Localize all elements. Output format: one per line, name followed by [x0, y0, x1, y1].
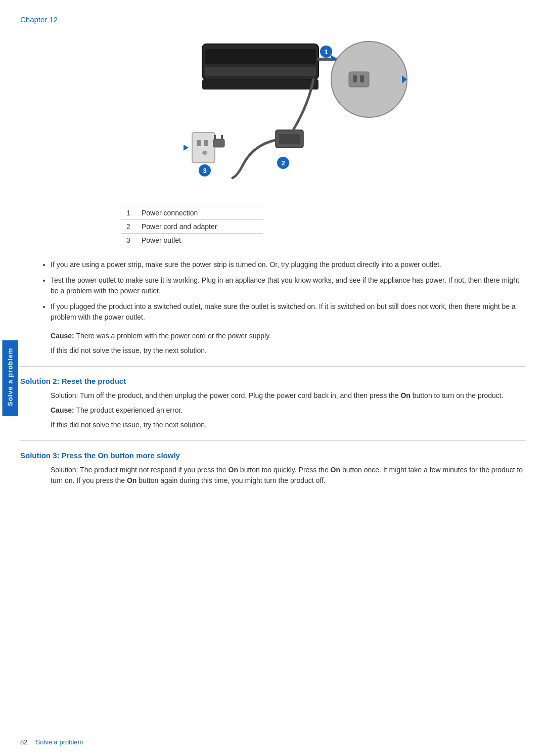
- svg-text:3: 3: [203, 167, 206, 174]
- svg-rect-3: [202, 79, 318, 90]
- legend-num: 2: [121, 220, 136, 234]
- svg-rect-1: [205, 49, 316, 64]
- legend-label: Power outlet: [136, 234, 263, 247]
- footer-section-label: Solve a problem: [35, 738, 83, 746]
- chapter-header: Chapter 12: [20, 15, 526, 24]
- bullet-item: Test the power outlet to make sure it is…: [51, 275, 526, 296]
- divider2: [20, 440, 526, 441]
- solution2-text: Solution: Turn off the product, and then…: [51, 390, 526, 401]
- next-solution1: If this did not solve the issue, try the…: [51, 345, 526, 356]
- next-solution2: If this did not solve the issue, try the…: [51, 420, 526, 430]
- svg-rect-13: [279, 134, 300, 144]
- sidebar-tab: Solve a problem: [3, 340, 18, 416]
- svg-text:2: 2: [281, 159, 285, 167]
- solution3-heading: Solution 3: Press the On button more slo…: [20, 451, 526, 460]
- legend-num: 1: [121, 206, 136, 220]
- svg-marker-20: [184, 145, 189, 151]
- solution2-heading: Solution 2: Reset the product: [20, 377, 526, 385]
- svg-rect-5: [349, 72, 369, 87]
- legend-label: Power cord and adapter: [136, 220, 263, 234]
- bullet-item: If you plugged the product into a switch…: [51, 301, 526, 323]
- svg-rect-2: [205, 67, 316, 76]
- divider1: [20, 366, 526, 367]
- legend-label: Power connection: [136, 206, 263, 220]
- svg-rect-18: [204, 140, 208, 146]
- page-footer: 82 Solve a problem: [20, 734, 526, 746]
- legend-row: 1Power connection: [121, 206, 263, 220]
- solution3-block: Solution 3: Press the On button more slo…: [20, 451, 526, 486]
- cause1: Cause: There was a problem with the powe…: [51, 331, 526, 341]
- cause2: Cause: The product experienced an error.: [51, 405, 526, 416]
- bullet-item: If you are using a power strip, make sur…: [51, 259, 526, 270]
- svg-rect-7: [360, 75, 364, 82]
- legend-row: 3Power outlet: [121, 234, 263, 247]
- legend-num: 3: [121, 234, 136, 247]
- bullet-list: If you are using a power strip, make sur…: [51, 259, 526, 323]
- legend-row: 2Power cord and adapter: [121, 220, 263, 234]
- svg-point-19: [202, 151, 207, 155]
- footer-page-number: 82: [20, 738, 27, 746]
- svg-rect-16: [192, 132, 215, 163]
- svg-rect-6: [353, 75, 357, 82]
- svg-rect-21: [213, 139, 224, 147]
- solution3-text: Solution: The product might not respond …: [51, 465, 526, 486]
- svg-rect-17: [197, 140, 201, 146]
- svg-text:1: 1: [324, 48, 328, 56]
- diagram-area: 1 2: [20, 34, 526, 196]
- legend-table: 1Power connection2Power cord and adapter…: [121, 206, 263, 247]
- solution2-block: Solution 2: Reset the product Solution: …: [20, 377, 526, 430]
